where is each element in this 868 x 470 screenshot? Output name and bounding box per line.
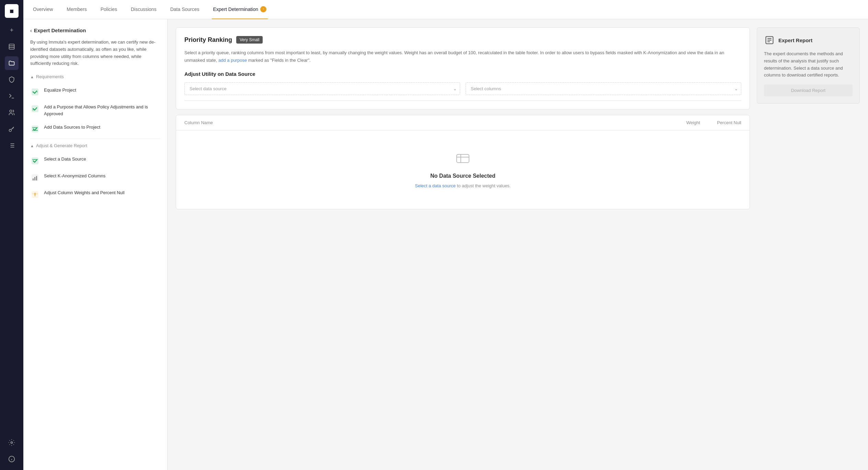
data-table: Column Name Weight Percent Null No Data … — [176, 115, 750, 209]
svg-rect-22 — [32, 126, 38, 132]
select-source-check-icon — [30, 156, 40, 166]
expert-report-description: The expert documents the methods and res… — [764, 50, 853, 79]
adjust-label: Adjust & Generate Report — [36, 143, 87, 148]
key-icon[interactable] — [5, 122, 19, 136]
expert-determination-badge — [260, 6, 266, 12]
req-equalize-label: Equalize Project — [44, 87, 160, 94]
svg-point-32 — [35, 196, 35, 196]
empty-state-icon — [456, 151, 470, 167]
users-icon[interactable] — [5, 106, 19, 119]
req-select-source-label: Select a Data Source — [44, 156, 160, 163]
svg-rect-25 — [32, 157, 38, 164]
equalize-check-icon — [30, 87, 40, 97]
settings-icon[interactable] — [5, 436, 19, 449]
requirements-section-header[interactable]: ▲ Requirements — [30, 74, 160, 79]
svg-rect-21 — [32, 108, 34, 111]
folder-icon[interactable] — [5, 56, 19, 70]
svg-point-4 — [10, 110, 12, 113]
logo-icon[interactable]: ◼ — [5, 4, 19, 18]
priority-ranking-card: Priority Ranking Very Small Select a pri… — [176, 27, 750, 109]
add-purpose-link[interactable]: add a purpose — [218, 58, 247, 63]
panel-description: By using Immuta's expert determination, … — [30, 39, 160, 67]
empty-state-description: Select a data source to adjust the weigh… — [415, 183, 511, 188]
req-select-data-source: Select a Data Source — [30, 152, 160, 169]
adjust-section-header[interactable]: ▲ Adjust & Generate Report — [30, 143, 160, 148]
k-anon-icon — [30, 173, 40, 183]
req-add-data-sources: Add Data Sources to Project — [30, 120, 160, 137]
req-adjust-weights: Adjust Column Weights and Percent Null — [30, 186, 160, 203]
svg-point-12 — [11, 442, 13, 444]
svg-rect-30 — [36, 176, 37, 180]
help-icon[interactable] — [5, 452, 19, 466]
req-purpose-label: Add a Purpose that Allows Policy Adjustm… — [44, 104, 160, 117]
main-content: Priority Ranking Very Small Select a pri… — [168, 19, 868, 470]
panel-title: Expert Determination — [34, 27, 86, 33]
expert-report-card: Expert Report The expert documents the m… — [757, 27, 860, 104]
nav-discussions[interactable]: Discussions — [129, 0, 158, 19]
data-sources-check-icon — [30, 124, 40, 134]
nav-overview[interactable]: Overview — [32, 0, 54, 19]
req-add-purpose: Add a Purpose that Allows Policy Adjustm… — [30, 100, 160, 120]
nav-expert-determination-label: Expert Determination — [213, 7, 259, 12]
priority-badge: Very Small — [236, 36, 263, 44]
download-report-button[interactable]: Download Report — [764, 84, 853, 96]
data-source-select[interactable]: Select data source — [184, 82, 460, 95]
priority-header: Priority Ranking Very Small — [184, 36, 741, 44]
report-icon — [764, 35, 775, 46]
svg-point-5 — [9, 129, 12, 132]
nav-members[interactable]: Members — [65, 0, 88, 19]
table-header: Column Name Weight Percent Null — [176, 115, 750, 130]
adjust-weights-warning-icon — [30, 190, 40, 199]
adjust-utility-title: Adjust Utility on Data Source — [184, 71, 741, 77]
empty-state-title: No Data Source Selected — [430, 173, 495, 179]
nav-expert-determination[interactable]: Expert Determination — [212, 0, 268, 19]
requirements-label: Requirements — [36, 74, 64, 79]
columns-select[interactable]: Select columns — [466, 82, 741, 95]
col-name-header: Column Name — [184, 120, 666, 125]
shield-icon[interactable] — [5, 73, 19, 86]
svg-rect-28 — [33, 178, 34, 180]
list-icon[interactable] — [5, 139, 19, 152]
section-divider — [30, 139, 160, 139]
svg-rect-29 — [34, 177, 35, 180]
expert-report-title: Expert Report — [778, 37, 812, 43]
layers-icon[interactable] — [5, 40, 19, 54]
req-k-anon-label: Select K-Anonymized Columns — [44, 173, 160, 179]
requirements-chevron-icon: ▲ — [30, 75, 34, 79]
priority-title: Priority Ranking — [184, 36, 232, 44]
priority-description: Select a priority queue, ranking columns… — [184, 49, 741, 64]
adjust-chevron-icon: ▲ — [30, 144, 34, 148]
req-adjust-weights-label: Adjust Column Weights and Percent Null — [44, 189, 160, 196]
content-area: ‹ Expert Determination By using Immuta's… — [23, 19, 868, 470]
svg-rect-0 — [9, 44, 14, 49]
top-nav: Overview Members Policies Discussions Da… — [23, 0, 868, 19]
select-data-source-link[interactable]: Select a data source — [415, 183, 456, 188]
left-panel: ‹ Expert Determination By using Immuta's… — [23, 19, 168, 470]
data-source-selector-wrapper: Select data source ⌄ — [184, 82, 460, 95]
add-icon[interactable]: + — [5, 23, 19, 37]
svg-rect-34 — [457, 154, 469, 163]
col-null-header: Percent Null — [700, 120, 741, 125]
back-arrow-icon: ‹ — [30, 28, 32, 33]
sidebar: ◼ + — [0, 0, 23, 470]
col-weight-header: Weight — [666, 120, 700, 125]
empty-state: No Data Source Selected Select a data so… — [176, 130, 750, 209]
center-panel: Priority Ranking Very Small Select a pri… — [176, 27, 750, 462]
req-select-k-anon: Select K-Anonymized Columns — [30, 169, 160, 186]
selectors-row: Select data source ⌄ Select columns ⌄ — [184, 82, 741, 101]
main-area: Overview Members Policies Discussions Da… — [23, 0, 868, 470]
nav-policies[interactable]: Policies — [99, 0, 118, 19]
columns-selector-wrapper: Select columns ⌄ — [466, 82, 741, 95]
expert-report-header: Expert Report — [764, 35, 853, 46]
req-equalize-project: Equalize Project — [30, 83, 160, 100]
right-panel: Expert Report The expert documents the m… — [757, 27, 860, 462]
terminal-icon[interactable] — [5, 89, 19, 103]
back-button[interactable]: ‹ Expert Determination — [30, 27, 160, 33]
nav-data-sources[interactable]: Data Sources — [169, 0, 201, 19]
req-data-sources-label: Add Data Sources to Project — [44, 124, 160, 131]
purpose-check-icon — [30, 104, 40, 114]
